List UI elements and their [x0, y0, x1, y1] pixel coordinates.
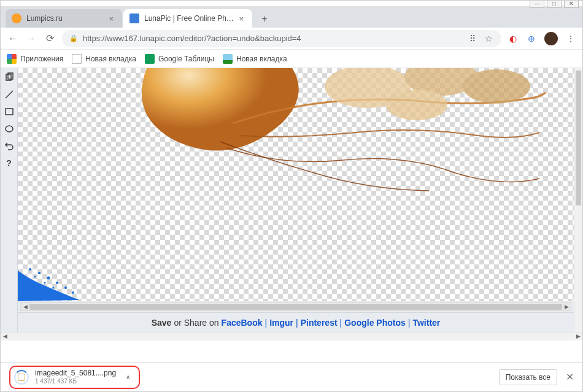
- ellipse-tool-icon[interactable]: [4, 123, 15, 134]
- scrollbar-thumb[interactable]: [29, 304, 562, 310]
- share-bar: Save or Share on FaceBook| Imgur| Pinter…: [18, 312, 574, 332]
- bookmarks-bar: Приложения Новая вкладка Google Таблицы …: [1, 50, 582, 68]
- scroll-right-icon[interactable]: ▶: [574, 332, 582, 340]
- download-item[interactable]: imageedit_5_5081....png 1 437/1 437 КБ ∧: [9, 366, 140, 389]
- download-size: 1 437/1 437 КБ: [35, 378, 116, 385]
- page-horizontal-scrollbar[interactable]: ◀ ▶: [1, 332, 582, 340]
- svg-point-12: [56, 282, 58, 284]
- svg-point-15: [34, 276, 36, 278]
- scrollbar-thumb[interactable]: [576, 71, 581, 206]
- svg-point-4: [6, 126, 13, 132]
- lock-icon: 🔒: [69, 34, 78, 42]
- show-all-downloads-button[interactable]: Показать все: [499, 369, 557, 385]
- bookmark-label: Приложения: [20, 55, 63, 63]
- share-link-twitter[interactable]: Twitter: [412, 318, 440, 328]
- svg-point-17: [53, 287, 55, 289]
- star-icon[interactable]: ☆: [483, 33, 494, 44]
- url-input[interactable]: 🔒 https://www167.lunapic.com/editor/?act…: [62, 30, 501, 47]
- window-titlebar: — □ ✕: [1, 1, 582, 7]
- forward-button[interactable]: →: [25, 33, 37, 45]
- line-tool-icon[interactable]: [4, 89, 15, 100]
- svg-point-9: [29, 268, 31, 271]
- translate-icon[interactable]: ⠿: [467, 33, 478, 44]
- share-text: or Share on: [174, 318, 218, 328]
- favicon-icon: [129, 13, 139, 23]
- browser-tabstrip: Lumpics.ru × LunaPic | Free Online Photo…: [1, 7, 582, 28]
- window-close-button[interactable]: ✕: [564, 0, 579, 8]
- rectangle-tool-icon[interactable]: [4, 106, 15, 117]
- blue-speckle-image: [18, 252, 91, 301]
- browser-tab-lumpics[interactable]: Lumpics.ru ×: [6, 9, 122, 28]
- bookmark-item[interactable]: Новая вкладка: [223, 54, 287, 64]
- bookmark-item[interactable]: Google Таблицы: [145, 54, 214, 64]
- tab-label: Lumpics.ru: [26, 14, 63, 23]
- profile-avatar[interactable]: [544, 32, 558, 45]
- svg-rect-3: [6, 109, 13, 115]
- page-icon: [72, 54, 82, 64]
- scroll-right-icon[interactable]: ▶: [562, 303, 571, 310]
- address-bar: ← → ⟳ 🔒 https://www167.lunapic.com/edito…: [1, 28, 582, 50]
- share-link-googlephotos[interactable]: Google Photos: [344, 318, 406, 328]
- scroll-left-icon[interactable]: ◀: [1, 332, 9, 340]
- window-minimize-button[interactable]: —: [530, 0, 544, 8]
- scroll-left-icon[interactable]: ◀: [21, 303, 29, 310]
- url-text: https://www167.lunapic.com/editor/?actio…: [83, 34, 462, 43]
- svg-point-11: [47, 277, 50, 280]
- editor-toolstrip: ?: [1, 68, 18, 332]
- tab-close-icon[interactable]: ×: [236, 14, 246, 23]
- sheets-icon: [145, 54, 155, 64]
- save-link[interactable]: Save: [152, 318, 172, 328]
- tab-label: LunaPic | Free Online Photo Edito: [144, 14, 236, 23]
- picture-icon: [223, 54, 233, 64]
- share-link-pinterest[interactable]: Pinterest: [301, 318, 338, 328]
- undo-tool-icon[interactable]: [4, 140, 15, 152]
- bookmark-label: Google Таблицы: [158, 55, 214, 63]
- svg-point-14: [72, 291, 74, 294]
- apps-button[interactable]: Приложения: [7, 54, 63, 64]
- svg-point-8: [386, 90, 447, 120]
- editor-canvas[interactable]: [18, 68, 574, 301]
- bookmark-label: Новая вкладка: [236, 55, 287, 63]
- extension-icon[interactable]: ◐: [508, 33, 519, 44]
- downloads-bar: imageedit_5_5081....png 1 437/1 437 КБ ∧…: [1, 362, 582, 391]
- chevron-up-icon[interactable]: ∧: [126, 374, 130, 380]
- svg-line-2: [6, 91, 13, 98]
- back-button[interactable]: ←: [7, 33, 19, 45]
- bookmark-item[interactable]: Новая вкладка: [72, 54, 136, 64]
- new-tab-button[interactable]: +: [256, 10, 273, 28]
- menu-icon[interactable]: ⋮: [565, 33, 576, 44]
- window-maximize-button[interactable]: □: [547, 0, 562, 8]
- apps-icon: [7, 54, 17, 64]
- svg-point-16: [44, 282, 46, 284]
- page-content: ?: [1, 68, 582, 332]
- extension-icon[interactable]: ⊕: [526, 33, 537, 44]
- share-link-imgur[interactable]: Imgur: [269, 318, 293, 328]
- svg-point-10: [38, 272, 41, 274]
- bookmark-label: Новая вкладка: [85, 55, 136, 63]
- page-vertical-scrollbar[interactable]: [574, 68, 582, 332]
- svg-point-7: [463, 69, 530, 104]
- download-filename: imageedit_5_5081....png: [35, 369, 116, 377]
- tab-close-icon[interactable]: ×: [106, 14, 116, 23]
- copy-tool-icon[interactable]: [4, 72, 15, 83]
- svg-point-13: [64, 286, 67, 289]
- jellyfish-image: [110, 68, 552, 203]
- reload-button[interactable]: ⟳: [44, 33, 56, 45]
- download-progress-icon: [14, 370, 29, 385]
- editor-canvas-wrap: ◀ ▶ Save or Share on FaceBook| Imgur| Pi…: [18, 68, 582, 332]
- close-downloads-bar-icon[interactable]: ✕: [566, 371, 574, 383]
- canvas-horizontal-scrollbar[interactable]: ◀ ▶: [20, 302, 571, 311]
- help-tool-icon[interactable]: ?: [4, 158, 15, 169]
- favicon-icon: [12, 13, 21, 23]
- browser-tab-lunapic[interactable]: LunaPic | Free Online Photo Edito ×: [123, 9, 252, 28]
- share-link-facebook[interactable]: FaceBook: [222, 318, 263, 328]
